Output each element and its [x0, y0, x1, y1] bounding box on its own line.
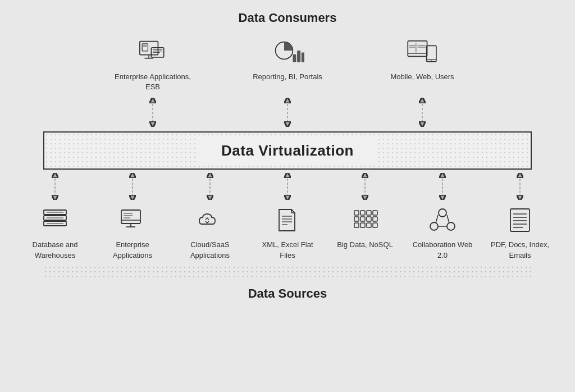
svg-rect-51	[354, 211, 359, 215]
enterprise-esb-icon	[133, 37, 172, 67]
source-collaboration-label: Collaboration Web 2.0	[412, 240, 473, 260]
virtualization-title: Data Virtualization	[221, 142, 354, 159]
source-xml: XML, Excel Flat Files	[257, 204, 318, 260]
src-arrow-2	[102, 173, 163, 200]
svg-rect-61	[367, 223, 371, 227]
svg-point-64	[430, 222, 438, 230]
consumer-reporting-label: Reporting, BI, Portals	[253, 72, 322, 82]
svg-rect-62	[373, 223, 377, 227]
svg-rect-11	[293, 54, 296, 62]
svg-rect-59	[354, 223, 359, 227]
src-arrow-4	[257, 173, 318, 200]
consumers-title: Data Consumers	[239, 11, 337, 25]
svg-point-63	[439, 209, 446, 217]
reporting-icon	[268, 37, 307, 67]
src-arrow-3	[179, 173, 241, 200]
svg-rect-40	[121, 210, 140, 224]
consumer-mobile: Mobile, Web, Users	[377, 37, 467, 92]
source-cloud: Cloud/SaaS Applications	[179, 204, 241, 260]
consumers-icons-row: Enterprise Applications, ESB Reporting,	[18, 37, 557, 92]
source-cloud-label: Cloud/SaaS Applications	[179, 240, 241, 260]
arrow-col-1	[108, 98, 198, 127]
source-bigdata-label: Big Data, NoSQL	[337, 240, 393, 250]
source-enterprise-label: Enterprise Applications	[102, 240, 163, 260]
svg-rect-69	[510, 209, 530, 231]
arrow-col-2	[243, 98, 332, 127]
src-arrow-1	[24, 173, 86, 200]
diagram: Data Consumers	[18, 11, 557, 381]
sources-section: Database and Warehouses En	[18, 172, 557, 306]
source-xml-label: XML, Excel Flat Files	[257, 240, 318, 260]
source-bigdata: Big Data, NoSQL	[334, 204, 396, 260]
svg-point-65	[447, 222, 455, 230]
collaboration-icon	[423, 204, 462, 235]
svg-rect-53	[367, 211, 371, 215]
source-database-label: Database and Warehouses	[24, 240, 86, 260]
consumer-reporting: Reporting, BI, Portals	[243, 37, 332, 92]
svg-rect-57	[367, 217, 371, 221]
svg-point-19	[431, 60, 432, 62]
sources-arrows-row	[18, 173, 557, 200]
mobile-web-icon	[403, 37, 442, 67]
svg-line-66	[436, 215, 438, 223]
consumer-mobile-label: Mobile, Web, Users	[390, 72, 454, 82]
database-icon	[35, 204, 75, 235]
sources-icons-row: Database and Warehouses En	[18, 204, 557, 260]
source-enterprise: Enterprise Applications	[102, 204, 163, 260]
source-database: Database and Warehouses	[24, 204, 86, 260]
virtualization-inner: Data Virtualization	[199, 138, 376, 164]
consumer-enterprise-esb: Enterprise Applications, ESB	[108, 37, 198, 92]
svg-rect-14	[408, 40, 427, 56]
svg-rect-60	[360, 223, 365, 227]
file-icon	[268, 204, 307, 235]
svg-rect-3	[142, 44, 148, 51]
svg-rect-13	[302, 52, 304, 62]
svg-rect-58	[373, 217, 377, 221]
pdf-icon	[500, 204, 540, 235]
source-collaboration: Collaboration Web 2.0	[412, 204, 473, 260]
svg-rect-17	[427, 45, 436, 61]
svg-rect-55	[354, 217, 359, 221]
bigdata-icon	[345, 204, 385, 235]
svg-rect-54	[373, 211, 377, 215]
svg-line-67	[447, 215, 449, 223]
source-pdf: PDF, Docs, Index, Emails	[489, 204, 551, 260]
dotted-divider	[43, 265, 532, 277]
cloud-icon	[190, 204, 230, 235]
src-arrow-7	[489, 173, 551, 200]
src-arrow-5	[334, 173, 396, 200]
src-arrow-6	[412, 173, 473, 200]
virtualization-box: Data Virtualization	[43, 131, 532, 170]
sources-title: Data Sources	[248, 286, 327, 301]
consumers-arrows	[18, 98, 557, 127]
enterprise-apps-icon	[113, 204, 152, 235]
source-pdf-label: PDF, Docs, Index, Emails	[489, 240, 551, 260]
consumer-esb-label: Enterprise Applications, ESB	[108, 72, 198, 92]
arrow-col-3	[377, 98, 467, 127]
svg-rect-12	[297, 51, 300, 62]
svg-rect-52	[360, 211, 365, 215]
consumers-section: Data Consumers	[18, 11, 557, 129]
svg-rect-56	[360, 217, 365, 221]
